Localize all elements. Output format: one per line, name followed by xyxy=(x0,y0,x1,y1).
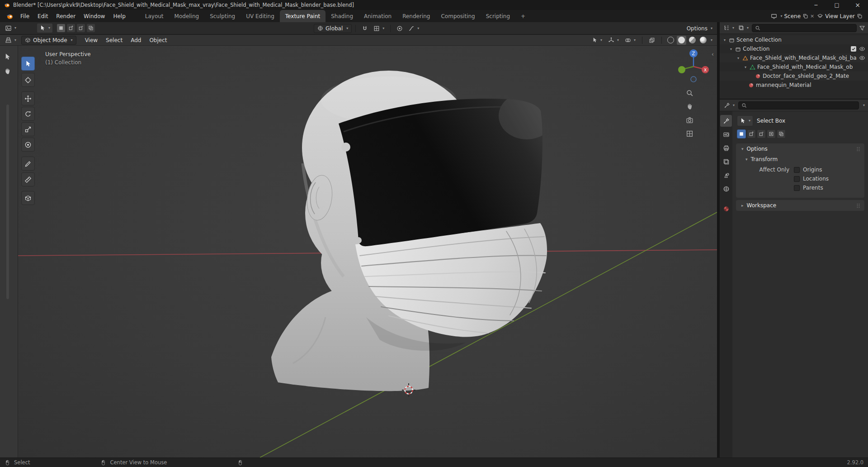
new-view-layer-icon[interactable] xyxy=(857,13,863,19)
selectability-visibility-dropdown[interactable]: ▾ xyxy=(590,35,604,45)
strip-scrollbar[interactable] xyxy=(6,105,9,299)
outliner-search[interactable] xyxy=(752,24,857,32)
add-workspace-button[interactable]: + xyxy=(515,10,531,22)
select-mode-subtract[interactable] xyxy=(76,24,85,33)
xray-toggle[interactable] xyxy=(646,35,657,45)
tool-move[interactable] xyxy=(21,91,35,105)
properties-search-input[interactable] xyxy=(749,102,856,109)
transform-orientation-dropdown[interactable]: Global ▾ xyxy=(314,24,352,33)
menu-render[interactable]: Render xyxy=(52,10,80,22)
panel-drag-dots-icon[interactable] xyxy=(856,147,860,152)
outliner-row-mesh-data[interactable]: ▾ Face_Shield_with_Medical_Mask_ob xyxy=(720,62,868,71)
close-button[interactable]: × xyxy=(847,1,868,9)
active-tool-dropdown[interactable]: ▾ xyxy=(37,23,53,33)
origins-checkbox[interactable] xyxy=(794,167,800,173)
checkbox-row-locations[interactable]: Locations xyxy=(794,174,829,183)
tool-annotate[interactable] xyxy=(21,157,35,171)
new-scene-icon[interactable] xyxy=(802,13,808,19)
editor-type-button-3d-viewport[interactable]: ▾ xyxy=(3,35,19,45)
checkbox-row-origins[interactable]: Origins xyxy=(794,165,829,174)
zoom-control[interactable] xyxy=(686,89,693,97)
tab-modeling[interactable]: Modeling xyxy=(169,10,205,22)
viewport-menu-view[interactable]: View xyxy=(81,35,102,45)
blender-menu-icon[interactable] xyxy=(3,13,16,20)
filter-funnel-icon[interactable] xyxy=(859,25,865,31)
expand-arrow-icon[interactable]: ▾ xyxy=(722,38,727,42)
overlays-dropdown[interactable]: ▾ xyxy=(623,35,638,45)
expand-arrow-icon[interactable]: ▾ xyxy=(743,65,748,69)
scene-selector[interactable]: ▾ Scene × xyxy=(771,13,817,19)
outliner-row-material-2[interactable]: mannequin_Material xyxy=(720,81,868,90)
workspace-panel-header[interactable]: ▸ Workspace xyxy=(736,200,864,211)
tool-measure[interactable] xyxy=(21,172,35,186)
sidebar-collapse-arrow[interactable]: ‹ xyxy=(712,51,714,57)
select-mode-intersect[interactable] xyxy=(777,129,786,138)
eye-icon[interactable] xyxy=(859,46,865,52)
orthographic-toggle-control[interactable] xyxy=(686,130,693,138)
editor-type-button-outliner[interactable]: ▾ xyxy=(722,23,735,33)
tab-tool[interactable] xyxy=(720,115,732,127)
viewport-menu-select[interactable]: Select xyxy=(102,35,127,45)
menu-help[interactable]: Help xyxy=(109,10,129,22)
editor-type-button-image[interactable]: ▾ xyxy=(3,23,19,33)
expand-arrow-icon[interactable]: ▾ xyxy=(729,47,733,51)
menu-window[interactable]: Window xyxy=(80,10,109,22)
tab-output[interactable] xyxy=(720,142,732,154)
menu-file[interactable]: File xyxy=(16,10,33,22)
checkbox-row-parents[interactable]: Parents xyxy=(794,183,829,192)
tab-layout[interactable]: Layout xyxy=(140,10,169,22)
mode-dropdown[interactable]: Object Mode ▾ xyxy=(21,36,76,45)
outliner-display-mode-dropdown[interactable]: ▾ xyxy=(737,23,750,33)
eye-icon[interactable] xyxy=(859,55,865,61)
shading-solid-button[interactable] xyxy=(677,36,686,45)
select-mode-intersect[interactable] xyxy=(86,24,95,33)
locations-checkbox[interactable] xyxy=(794,176,800,182)
tab-view-layer[interactable] xyxy=(720,156,732,167)
editor-type-button-properties[interactable]: ▾ xyxy=(723,100,736,110)
tab-scene[interactable] xyxy=(720,169,732,181)
view-layer-selector[interactable]: View Layer xyxy=(817,13,868,19)
options-panel-header[interactable]: ▾ Options xyxy=(736,143,864,154)
tool-rotate[interactable] xyxy=(21,107,35,121)
tab-compositing[interactable]: Compositing xyxy=(435,10,480,22)
tool-add-cube[interactable] xyxy=(21,191,35,205)
shading-material-button[interactable] xyxy=(688,36,697,45)
tab-scripting[interactable]: Scripting xyxy=(481,10,515,22)
outliner-row-collection[interactable]: ▾ Collection xyxy=(720,44,868,53)
outliner-search-input[interactable] xyxy=(763,25,854,31)
minimize-button[interactable]: ─ xyxy=(806,2,826,8)
outliner-row-scene-collection[interactable]: ▾ Scene Collection xyxy=(720,35,868,44)
shading-rendered-button[interactable] xyxy=(698,36,708,45)
tab-texture-paint[interactable]: Texture Paint xyxy=(280,10,326,22)
proportional-falloff-dropdown[interactable]: ▾ xyxy=(406,24,421,33)
tool-scale[interactable] xyxy=(21,122,35,136)
tab-uv-editing[interactable]: UV Editing xyxy=(241,10,280,22)
tab-animation[interactable]: Animation xyxy=(359,10,397,22)
tool-select-box[interactable] xyxy=(21,57,35,71)
proportional-editing-toggle[interactable] xyxy=(394,24,405,33)
camera-view-control[interactable] xyxy=(686,116,693,124)
strip-select-tool-button[interactable] xyxy=(4,53,11,61)
maximize-button[interactable]: □ xyxy=(826,2,847,8)
tab-shading[interactable]: Shading xyxy=(326,10,359,22)
tool-cursor[interactable] xyxy=(21,73,35,87)
viewport-menu-object[interactable]: Object xyxy=(145,35,171,45)
outliner-row-object[interactable]: ▾ Face_Shield_with_Medical_Mask_obj_ba xyxy=(720,53,868,62)
gizmos-dropdown[interactable]: ▾ xyxy=(606,35,621,45)
transform-subpanel-header[interactable]: ▾ Transform xyxy=(736,154,864,164)
viewport-menu-add[interactable]: Add xyxy=(127,35,145,45)
properties-search[interactable] xyxy=(738,101,859,110)
tab-material[interactable] xyxy=(720,203,732,214)
viewport-canvas[interactable]: User Perspective (1) Collection Z X ‹ xyxy=(18,46,717,457)
collection-exclude-checkbox[interactable] xyxy=(851,46,856,52)
outliner-row-material-1[interactable]: Doctor_face_shield_geo_2_Mate xyxy=(720,71,868,81)
shading-wireframe-button[interactable] xyxy=(666,36,675,45)
select-mode-set[interactable] xyxy=(737,129,746,138)
tab-world[interactable] xyxy=(720,183,732,195)
select-mode-set[interactable] xyxy=(57,24,66,33)
options-dropdown[interactable]: Options ▾ xyxy=(687,24,712,33)
menu-edit[interactable]: Edit xyxy=(33,10,52,22)
panel-drag-dots-icon[interactable] xyxy=(856,203,860,208)
tab-rendering[interactable]: Rendering xyxy=(397,10,435,22)
tab-render[interactable] xyxy=(720,129,732,140)
